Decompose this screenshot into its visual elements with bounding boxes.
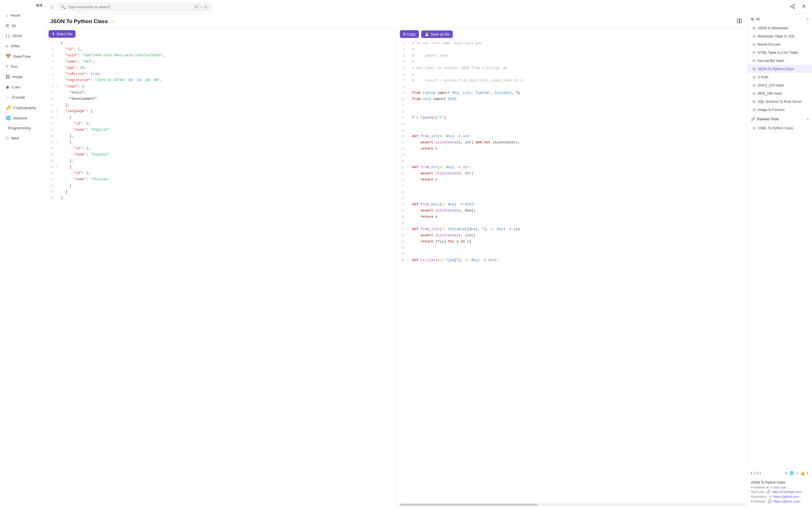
user-button[interactable] — [800, 3, 808, 11]
sidebar-item-network[interactable]: 🌐Network — [2, 113, 43, 123]
line-code: "name": "Chinese" — [60, 177, 111, 182]
line-expand[interactable]: ▾ — [407, 258, 411, 263]
tool-link[interactable]: https://t.he3app.com... — [772, 490, 804, 494]
line-expand[interactable]: ▾ — [56, 115, 60, 120]
expand-icon[interactable]: ▾ — [807, 471, 809, 475]
sidebar-item-label: All — [11, 24, 16, 28]
line-number: 5 — [396, 65, 407, 71]
repo-link[interactable]: https://github.com... — [773, 495, 802, 498]
line-expand — [407, 59, 411, 60]
list-item[interactable]: ⊞JSON To Python Class — [748, 65, 812, 73]
line-expand — [407, 146, 411, 147]
sidebar-item-cryptography[interactable]: 🔑Cryptography — [2, 103, 43, 113]
line-code: "language": [ — [60, 108, 94, 114]
line-expand — [56, 59, 60, 59]
line-expand — [407, 251, 411, 252]
right-sidebar: ⊞ All ▾ ⊞JSON to Markdown⊞Markdown Table… — [747, 14, 812, 507]
line-expand — [407, 127, 411, 128]
sidebar-item-text[interactable]: TText — [2, 62, 43, 71]
list-item[interactable]: ⊞X-Path — [748, 73, 812, 81]
line-code: "id": 2, — [60, 170, 92, 176]
scrollbar-thumb[interactable] — [400, 504, 538, 506]
select-file-label: Select file — [56, 32, 72, 36]
search-input[interactable] — [68, 5, 191, 9]
line-expand[interactable]: ▾ — [56, 83, 60, 89]
bell-icon[interactable]: 🔔 — [801, 471, 805, 475]
table-row: 6 # — [396, 71, 748, 78]
line-expand — [407, 220, 411, 221]
line-number: 18 — [396, 146, 407, 151]
line-expand[interactable]: ▾ — [56, 108, 60, 114]
select-file-icon: ⬆ — [52, 32, 55, 36]
sidebar-collapse-button[interactable]: ◀◀ — [35, 2, 42, 8]
list-item[interactable]: ⊞SHA3_224 Hash — [748, 81, 812, 89]
related-tools-header[interactable]: 🔗 Related Tools ▾ — [748, 114, 812, 124]
line-number: 12 — [396, 109, 407, 114]
list-item[interactable]: ⊞MD6_256 Hash — [748, 89, 812, 98]
table-row: 14 "id": 0, — [45, 121, 396, 127]
table-row: 12 ▾ "language": [ — [45, 108, 396, 115]
sidebar-item-programming[interactable]: Programming — [2, 123, 43, 133]
list-item[interactable]: ⊞Keccak384 Hash — [748, 57, 812, 65]
all-tools-header[interactable]: ⊞ All ▾ — [748, 14, 812, 24]
github-icon[interactable]: ⊙ — [796, 471, 799, 475]
line-code: "id": 1, — [60, 47, 83, 52]
right-editor-pane: ⧉ Copy 💾 Save as file 1 # To use this co… — [396, 28, 748, 507]
list-item[interactable]: ⊞HTML Table to CSV Table — [748, 48, 812, 57]
line-number: 15 — [45, 127, 56, 132]
line-expand[interactable]: ▾ — [407, 165, 411, 170]
home-button[interactable]: ⌂ — [49, 3, 54, 11]
line-code: assert isinstance(x, list) — [411, 233, 477, 238]
list-item[interactable]: ⊞JSON to Markdown — [748, 24, 812, 32]
line-expand[interactable]: ▾ — [56, 139, 60, 145]
list-item[interactable]: ⊞YAML To Python Class — [748, 124, 812, 132]
tool-label: SQL Schema To Rust Struct — [758, 100, 802, 104]
sidebar-item-color[interactable]: ◉Color — [2, 82, 43, 92]
line-expand — [407, 195, 411, 196]
sidebar-item-home[interactable]: ⌂Home — [2, 10, 43, 20]
favorite-button[interactable]: ☆ — [110, 18, 115, 24]
line-number: 21 — [45, 164, 56, 170]
table-row: 30 — [396, 220, 748, 226]
left-editor-content[interactable]: 1 { 2 "id": 1, 3 "uuid": "3d877494-e7d4-… — [45, 40, 396, 507]
line-expand — [56, 127, 60, 128]
list-item[interactable]: ⊞Image to Favicon — [748, 106, 812, 114]
table-row: 19 "name": "Español" — [45, 152, 396, 158]
save-as-file-button[interactable]: 💾 Save as file — [421, 31, 453, 38]
sidebar-item-yaml[interactable]: ≡YAML — [2, 41, 43, 51]
list-item[interactable]: ⊞Morse Encode — [748, 40, 812, 48]
line-expand — [407, 65, 411, 66]
line-number: 24 — [396, 183, 407, 188]
copy-button[interactable]: ⧉ Copy — [400, 30, 419, 38]
sidebar-item-all[interactable]: ⊞All — [2, 20, 43, 31]
share-button[interactable] — [788, 3, 797, 11]
tool-label: X-Path — [758, 75, 768, 79]
list-item[interactable]: ⊞SQL Schema To Rust Struct — [748, 98, 812, 106]
sidebar-item-json[interactable]: { }JSON — [2, 31, 43, 41]
right-editor-content[interactable]: 1 # To use this code, make sure you 2 # … — [396, 41, 748, 503]
select-file-button[interactable]: ⬆ Select file — [49, 30, 75, 38]
published-label: Published at: 5 days ago — [751, 486, 786, 489]
sidebar-item-web[interactable]: ◇Web — [2, 133, 43, 143]
line-expand[interactable]: ▾ — [407, 226, 411, 231]
sidebar-item-label: JSON — [12, 34, 22, 38]
line-expand[interactable]: ▾ — [56, 164, 60, 169]
globe-icon[interactable]: 🌐 — [790, 471, 794, 475]
json-icon: { } — [6, 34, 10, 38]
feedback-link[interactable]: https://github.com/... — [773, 500, 803, 503]
sidebar-item-encode[interactable]: ↔Encode — [2, 93, 43, 102]
tool-panel: JSON To Python Class ☆ ⬆ Select file — [45, 14, 747, 507]
settings-icon[interactable]: ⚙ — [784, 471, 788, 475]
line-code: { — [60, 139, 73, 145]
table-row: 22 "id": 2, — [45, 170, 396, 177]
sidebar-item-image[interactable]: 🖼Image — [2, 72, 43, 82]
feedback-row: Feedback: 💬 https://github.com/... — [751, 499, 809, 503]
horizontal-scrollbar[interactable] — [400, 504, 744, 506]
tool-icon: ⊞ — [753, 50, 756, 55]
list-item[interactable]: ⊞Markdown Table to SQL — [748, 32, 812, 40]
sidebar-item-datetime[interactable]: 📅Date/Time — [2, 51, 43, 61]
layout-toggle-button[interactable] — [737, 18, 742, 25]
table-row: 22 assert isinstance(x, str) — [396, 171, 748, 177]
table-row: 35 — [396, 251, 748, 258]
all-tools-list: ⊞JSON to Markdown⊞Markdown Table to SQL⊞… — [748, 24, 812, 114]
